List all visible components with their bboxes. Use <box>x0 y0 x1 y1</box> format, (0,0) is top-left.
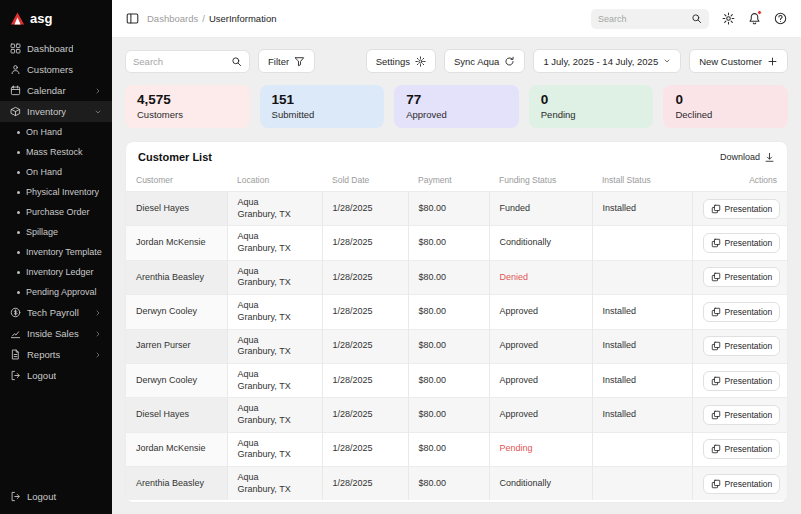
stats-row: 4,575 Customers 151 Submitted 77 Approve… <box>125 85 788 128</box>
sidebar-item-calendar[interactable]: Calendar <box>0 80 112 101</box>
table-row: Diesel HayesAqua Granbury, TX1/28/2025$8… <box>126 192 787 226</box>
funding-status-cell: Conditionally <box>489 226 592 260</box>
sidebar-item-label: Spillage <box>26 227 58 237</box>
payment-cell: $80.00 <box>408 363 489 397</box>
presentation-button[interactable]: Presentation <box>703 267 781 287</box>
gear-icon[interactable] <box>722 12 735 25</box>
sidebar-item-inventory-ledger[interactable]: Inventory Ledger <box>0 262 112 282</box>
sidebar-item-purchase-order[interactable]: Purchase Order <box>0 202 112 222</box>
presentation-icon <box>711 204 721 214</box>
download-icon <box>764 152 775 163</box>
presentation-button[interactable]: Presentation <box>703 405 781 425</box>
column-header-install-status: Install Status <box>592 170 692 192</box>
payment-cell: $80.00 <box>408 329 489 363</box>
stat-card-customers: 4,575 Customers <box>125 85 250 128</box>
bullet-icon <box>17 131 20 134</box>
column-header-payment: Payment <box>408 170 489 192</box>
sidebar-item-dashboard[interactable]: Dashboard <box>0 38 112 59</box>
date-range-select[interactable]: 1 July, 2025 - 14 July, 2025 <box>533 49 681 73</box>
notification-dot <box>757 10 762 15</box>
payment-cell: $80.00 <box>408 398 489 432</box>
table-row: Arenthia BeasleyAqua Granbury, TX1/28/20… <box>126 467 787 501</box>
notifications-button[interactable] <box>748 12 761 25</box>
sidebar-item-on-hand[interactable]: On Hand <box>0 122 112 142</box>
filter-button[interactable]: Filter <box>258 49 315 73</box>
sidebar-item-label: On Hand <box>26 127 62 137</box>
presentation-icon <box>711 307 721 317</box>
chevron-down-icon <box>94 108 102 116</box>
sidebar-item-label: Dashboard <box>27 43 73 54</box>
sidebar-item-mass-restock[interactable]: Mass Restock <box>0 142 112 162</box>
bullet-icon <box>17 151 20 154</box>
presentation-icon <box>711 238 721 248</box>
install-status-cell <box>592 260 692 294</box>
payment-cell: $80.00 <box>408 432 489 466</box>
presentation-button[interactable]: Presentation <box>703 439 781 459</box>
sidebar-item-label: Mass Restock <box>26 147 83 157</box>
filter-label: Filter <box>268 56 289 67</box>
sidebar-item-logout-footer[interactable]: Logout <box>0 482 112 514</box>
sidebar-item-label: Customers <box>27 64 73 75</box>
funding-status-cell: Denied <box>489 260 592 294</box>
stat-card-submitted: 151 Submitted <box>260 85 385 128</box>
sold-date-cell: 1/28/2025 <box>322 467 408 501</box>
breadcrumb-parent[interactable]: Dashboards <box>147 13 198 24</box>
plus-icon <box>767 56 778 67</box>
customer-cell: Diesel Hayes <box>126 192 227 226</box>
customer-table: Customer Location Sold Date Payment Fund… <box>126 170 787 500</box>
sidebar-item-reports[interactable]: Reports <box>0 344 112 365</box>
sidebar-item-pending-approval[interactable]: Pending Approval <box>0 282 112 302</box>
stat-label: Declined <box>675 109 776 120</box>
actions-cell: Presentation <box>692 398 787 432</box>
inventory-icon <box>10 106 21 117</box>
new-customer-button[interactable]: New Customer <box>689 49 788 73</box>
sidebar-item-on-hand[interactable]: On Hand <box>0 162 112 182</box>
sidebar-item-inside-sales[interactable]: Inside Sales <box>0 323 112 344</box>
download-button[interactable]: Download <box>720 152 775 163</box>
help-icon[interactable] <box>774 12 787 25</box>
sidebar-item-inventory-template[interactable]: Inventory Template <box>0 242 112 262</box>
presentation-button[interactable]: Presentation <box>703 371 781 391</box>
sold-date-cell: 1/28/2025 <box>322 192 408 226</box>
presentation-button[interactable]: Presentation <box>703 199 781 219</box>
presentation-button[interactable]: Presentation <box>703 336 781 356</box>
customers-icon <box>10 64 21 75</box>
column-header-customer: Customer <box>126 170 227 192</box>
search-icon <box>231 56 242 67</box>
sidebar-item-logout[interactable]: Logout <box>0 365 112 386</box>
header-search-box[interactable] <box>591 9 709 29</box>
presentation-icon <box>711 444 721 454</box>
sidebar-toggle-icon[interactable] <box>126 12 139 25</box>
sidebar-item-tech-payroll[interactable]: Tech Payroll <box>0 302 112 323</box>
settings-button[interactable]: Settings <box>366 49 436 73</box>
sidebar-item-physical-inventory[interactable]: Physical Inventory <box>0 182 112 202</box>
sync-aqua-label: Sync Aqua <box>454 56 499 67</box>
presentation-label: Presentation <box>725 238 773 248</box>
presentation-button[interactable]: Presentation <box>703 302 781 322</box>
search-box[interactable] <box>125 50 250 73</box>
table-row: Diesel HayesAqua Granbury, TX1/28/2025$8… <box>126 398 787 432</box>
header-search-input[interactable] <box>598 14 687 24</box>
presentation-button[interactable]: Presentation <box>703 233 781 253</box>
sold-date-cell: 1/28/2025 <box>322 432 408 466</box>
table-row: Jarren PurserAqua Granbury, TX1/28/2025$… <box>126 329 787 363</box>
stat-value: 0 <box>541 92 642 107</box>
presentation-button[interactable]: Presentation <box>703 474 781 494</box>
customer-list-title: Customer List <box>138 151 212 163</box>
column-header-sold-date: Sold Date <box>322 170 408 192</box>
presentation-label: Presentation <box>725 444 773 454</box>
bullet-icon <box>17 271 20 274</box>
sidebar-item-spillage[interactable]: Spillage <box>0 222 112 242</box>
actions-cell: Presentation <box>692 329 787 363</box>
sidebar-item-customers[interactable]: Customers <box>0 59 112 80</box>
customer-cell: Jordan McKensie <box>126 432 227 466</box>
payroll-icon <box>10 307 21 318</box>
sold-date-cell: 1/28/2025 <box>322 260 408 294</box>
sidebar-item-label: Calendar <box>27 85 66 96</box>
search-input[interactable] <box>133 56 227 67</box>
sync-aqua-button[interactable]: Sync Aqua <box>444 49 525 73</box>
stat-value: 4,575 <box>137 92 238 107</box>
stat-label: Pending <box>541 109 642 120</box>
payment-cell: $80.00 <box>408 295 489 329</box>
sidebar-item-inventory[interactable]: Inventory <box>0 101 112 122</box>
